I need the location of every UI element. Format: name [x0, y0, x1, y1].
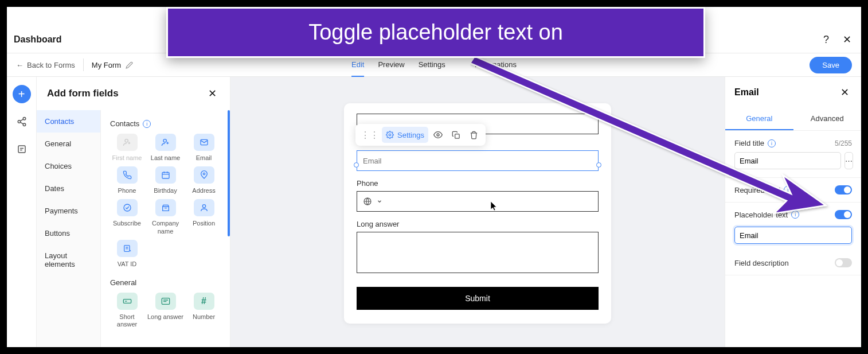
- form-canvas[interactable]: ⋮⋮ Settings Phone: [230, 77, 725, 347]
- annotation-banner: Toggle placeholder text on: [166, 7, 705, 58]
- info-icon[interactable]: i: [143, 120, 151, 128]
- gear-icon: [386, 131, 394, 139]
- phone-input[interactable]: [357, 191, 599, 212]
- scrollbar-thumb[interactable]: [228, 110, 230, 236]
- back-label: Back to Forms: [27, 61, 75, 69]
- field-vat[interactable]: VAT ID: [109, 240, 145, 268]
- form-field-email[interactable]: ⋮⋮ Settings: [357, 150, 599, 171]
- email-input[interactable]: [357, 150, 599, 171]
- svg-point-1: [18, 120, 21, 123]
- add-button[interactable]: +: [13, 85, 31, 103]
- category-contacts[interactable]: Contacts: [37, 110, 100, 133]
- svg-point-14: [389, 134, 391, 136]
- placeholder-toggle[interactable]: [835, 210, 852, 219]
- form-field-phone[interactable]: Phone: [357, 179, 599, 212]
- close-rightpanel-icon[interactable]: ✕: [837, 85, 852, 100]
- submit-button[interactable]: Submit: [357, 287, 599, 310]
- help-icon[interactable]: ?: [819, 32, 834, 47]
- field-subscribe[interactable]: Subscribe: [109, 199, 145, 235]
- category-layout[interactable]: Layout elements: [37, 244, 100, 275]
- svg-rect-3: [18, 146, 25, 153]
- settings-label: Settings: [397, 131, 424, 139]
- field-company[interactable]: Company name: [147, 199, 183, 235]
- svg-point-0: [23, 118, 26, 120]
- rtab-advanced[interactable]: Advanced: [793, 108, 862, 130]
- field-address[interactable]: Address: [186, 166, 222, 194]
- rightpanel-title: Email: [734, 87, 759, 98]
- info-icon[interactable]: i: [768, 139, 776, 147]
- form-builder-icon[interactable]: [13, 140, 31, 158]
- section-general-title: General: [110, 278, 222, 287]
- svg-point-9: [124, 204, 131, 211]
- back-to-forms-link[interactable]: ← Back to Forms: [16, 61, 75, 69]
- description-toggle[interactable]: [835, 258, 852, 267]
- field-short-answer[interactable]: Short answer: [109, 293, 145, 328]
- description-label: Field description: [734, 259, 789, 267]
- svg-point-2: [23, 123, 26, 126]
- field-number[interactable]: #Number: [186, 293, 222, 328]
- close-icon[interactable]: ✕: [839, 32, 854, 47]
- required-toggle[interactable]: [835, 185, 852, 194]
- duplicate-icon[interactable]: [448, 127, 464, 143]
- field-phone[interactable]: Phone: [109, 166, 145, 194]
- form-card: ⋮⋮ Settings Phone: [344, 103, 611, 324]
- category-buttons[interactable]: Buttons: [37, 222, 100, 244]
- svg-rect-12: [123, 299, 131, 304]
- form-field-long-answer[interactable]: Long answer: [357, 220, 599, 275]
- svg-point-15: [437, 134, 439, 136]
- pencil-icon[interactable]: [126, 61, 133, 69]
- field-position[interactable]: Position: [186, 199, 222, 235]
- svg-point-5: [163, 139, 166, 142]
- globe-icon: [363, 197, 372, 206]
- field-title-input[interactable]: [734, 152, 841, 169]
- long-answer-label: Long answer: [357, 220, 599, 228]
- save-button[interactable]: Save: [810, 57, 852, 73]
- visibility-icon[interactable]: [429, 127, 447, 143]
- category-choices[interactable]: Choices: [37, 155, 100, 177]
- field-description-row: Field description: [725, 251, 861, 275]
- field-first-name: First name: [109, 134, 145, 162]
- field-title-label: Field title: [734, 139, 764, 147]
- section-contacts-title: Contacts i: [110, 119, 222, 128]
- field-settings-button[interactable]: Settings: [382, 127, 428, 143]
- field-email[interactable]: Email: [186, 134, 222, 162]
- info-icon[interactable]: i: [784, 186, 792, 194]
- field-long-answer[interactable]: Long answer: [147, 293, 183, 328]
- svg-point-4: [125, 139, 128, 142]
- svg-rect-7: [162, 173, 169, 179]
- chevron-down-icon[interactable]: [377, 199, 382, 204]
- form-name-label: My Form: [92, 61, 121, 69]
- close-panel-icon[interactable]: ✕: [205, 86, 220, 101]
- drag-handle-icon[interactable]: ⋮⋮: [359, 130, 381, 141]
- placeholder-text-row: Placeholder text i: [725, 203, 861, 227]
- long-answer-input[interactable]: [357, 232, 599, 273]
- svg-point-8: [203, 173, 205, 175]
- rtab-general[interactable]: General: [725, 108, 793, 130]
- delete-icon[interactable]: [466, 127, 482, 143]
- svg-rect-16: [455, 134, 460, 138]
- field-birthday[interactable]: Birthday: [147, 166, 183, 194]
- required-field-row: Required field i: [725, 178, 861, 203]
- more-options-icon[interactable]: ⋯: [844, 152, 853, 169]
- category-general[interactable]: General: [37, 133, 100, 155]
- category-dates[interactable]: Dates: [37, 177, 100, 200]
- mouse-cursor: [490, 201, 498, 211]
- arrow-left-icon: ←: [16, 61, 24, 69]
- divider: [83, 59, 84, 71]
- phone-label: Phone: [357, 179, 599, 188]
- char-count: 5/255: [835, 139, 852, 147]
- required-label: Required field: [734, 186, 780, 194]
- panel-title: Add form fields: [47, 88, 119, 99]
- info-icon[interactable]: i: [791, 211, 799, 219]
- svg-point-10: [202, 205, 205, 208]
- form-name[interactable]: My Form: [92, 61, 133, 69]
- field-last-name[interactable]: Last name: [147, 134, 183, 162]
- field-toolbar: ⋮⋮ Settings: [355, 124, 486, 146]
- placeholder-label: Placeholder text: [734, 211, 788, 219]
- category-payments[interactable]: Payments: [37, 200, 100, 222]
- share-icon[interactable]: [13, 112, 31, 131]
- placeholder-text-input[interactable]: [734, 227, 852, 244]
- dashboard-title: Dashboard: [14, 34, 62, 45]
